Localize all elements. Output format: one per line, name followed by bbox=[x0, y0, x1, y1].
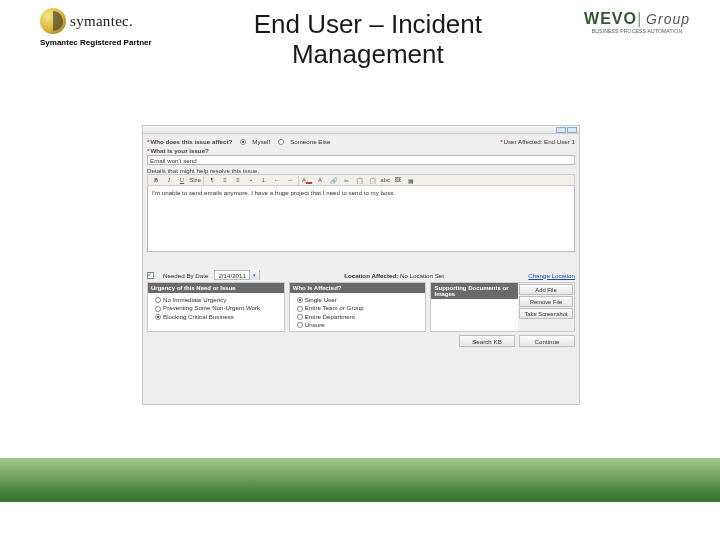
incident-form-window: *Who does this issue affect? Myself Some… bbox=[142, 125, 580, 405]
wevo-subtext: BUSINESS PROCESS AUTOMATION bbox=[592, 28, 683, 34]
details-row: Details that might help resolve this iss… bbox=[147, 167, 575, 252]
toolbar-indent-button[interactable]: → bbox=[285, 176, 295, 185]
toolbar-separator bbox=[298, 176, 299, 185]
affected-option-3[interactable]: Unsure bbox=[293, 321, 423, 328]
details-label: Details that might help resolve this iss… bbox=[147, 167, 575, 174]
symantec-subtext: Symantec Registered Partner bbox=[40, 38, 152, 47]
panels-row: Urgency of this Need or Issue No Immedia… bbox=[147, 282, 575, 332]
needed-by-date-input[interactable]: 2/14/2011▾ bbox=[214, 270, 260, 280]
toolbar-spell-button[interactable]: abc bbox=[380, 176, 390, 185]
urgency-option-2[interactable]: Blocking Critical Business bbox=[151, 313, 281, 320]
date-location-row: Needed By Date 2/14/2011▾ Location Affec… bbox=[147, 270, 575, 280]
toolbar-link-button[interactable]: 🔗 bbox=[328, 176, 338, 185]
supporting-header: Supporting Documents or Images bbox=[431, 283, 518, 299]
radio-someone-else[interactable] bbox=[278, 139, 284, 145]
toolbar-backcolor-button[interactable]: A bbox=[315, 176, 325, 185]
urgency-option-0[interactable]: No Immediate Urgency bbox=[151, 296, 281, 303]
issue-row: *What is your issue? Email won't send bbox=[147, 147, 575, 165]
form-footer: Search KB Continue bbox=[147, 335, 575, 347]
toolbar-numbers-button[interactable]: 1. bbox=[259, 176, 269, 185]
issue-label: *What is your issue? bbox=[147, 147, 575, 154]
urgency-option-1[interactable]: Preventing Some Non-Urgent Work bbox=[151, 304, 281, 311]
slide-header: symantec. Symantec Registered Partner En… bbox=[0, 0, 720, 74]
toolbar-cut-button[interactable]: ✂ bbox=[341, 176, 351, 185]
toolbar-forecolor-button[interactable]: A bbox=[302, 176, 312, 185]
toolbar-bullets-button[interactable]: • bbox=[246, 176, 256, 185]
needed-by-checkbox[interactable] bbox=[147, 272, 154, 279]
affected-panel: Who is Affected? Single User Entire Team… bbox=[289, 282, 427, 332]
toolbar-copy-button[interactable]: 📋 bbox=[354, 176, 364, 185]
window-maximize-button[interactable] bbox=[567, 127, 577, 133]
toolbar-separator bbox=[203, 176, 204, 185]
window-minimize-button[interactable] bbox=[556, 127, 566, 133]
issue-input[interactable]: Email won't send bbox=[147, 155, 575, 165]
toolbar-outdent-button[interactable]: ← bbox=[272, 176, 282, 185]
radio-myself-label: Myself bbox=[252, 138, 270, 145]
affected-option-2[interactable]: Entire Department bbox=[293, 313, 423, 320]
urgency-panel: Urgency of this Need or Issue No Immedia… bbox=[147, 282, 285, 332]
wevo-logo-block: WEVO|Group BUSINESS PROCESS AUTOMATION bbox=[584, 10, 690, 34]
change-location-link[interactable]: Change Location bbox=[528, 272, 575, 279]
slide-title: End User – Incident Management bbox=[254, 10, 482, 70]
symantec-logo-block: symantec. Symantec Registered Partner bbox=[40, 8, 152, 47]
chevron-down-icon[interactable]: ▾ bbox=[249, 270, 259, 280]
continue-button[interactable]: Continue bbox=[519, 335, 575, 347]
radio-myself[interactable] bbox=[240, 139, 246, 145]
search-kb-button[interactable]: Search KB bbox=[459, 335, 515, 347]
toolbar-table-button[interactable]: ▦ bbox=[406, 176, 416, 185]
needed-by-label: Needed By Date bbox=[163, 272, 208, 279]
add-file-button[interactable]: Add File bbox=[519, 284, 573, 295]
attachments-list bbox=[431, 299, 518, 331]
toolbar-para-button[interactable]: ¶ bbox=[207, 176, 217, 185]
toolbar-bold-button[interactable]: B bbox=[151, 176, 161, 185]
symantec-sphere-icon bbox=[40, 8, 66, 34]
affects-label: *Who does this issue affect? bbox=[147, 138, 232, 145]
toolbar-paste-button[interactable]: 📋 bbox=[367, 176, 377, 185]
slide-footer-band bbox=[0, 458, 720, 540]
affected-header: Who is Affected? bbox=[290, 283, 426, 293]
toolbar-size-button[interactable]: Size bbox=[190, 176, 200, 185]
radio-someone-else-label: Someone Else bbox=[290, 138, 330, 145]
affected-option-1[interactable]: Entire Team or Group bbox=[293, 304, 423, 311]
affects-row: *Who does this issue affect? Myself Some… bbox=[147, 138, 575, 145]
supporting-panel: Supporting Documents or Images Add File … bbox=[430, 282, 575, 332]
toolbar-align-left-button[interactable]: ≡ bbox=[220, 176, 230, 185]
slide-title-line1: End User – Incident bbox=[254, 10, 482, 40]
wevo-wordmark: WEVO|Group bbox=[584, 10, 690, 28]
slide-title-line2: Management bbox=[254, 40, 482, 70]
location-text: Location Affected: No Location Set bbox=[344, 272, 444, 279]
toolbar-align-center-button[interactable]: ≡ bbox=[233, 176, 243, 185]
toolbar-image-button[interactable]: 🖼 bbox=[393, 176, 403, 185]
toolbar-underline-button[interactable]: U bbox=[177, 176, 187, 185]
toolbar-italic-button[interactable]: I bbox=[164, 176, 174, 185]
urgency-header: Urgency of this Need or Issue bbox=[148, 283, 284, 293]
window-titlebar bbox=[143, 126, 579, 134]
remove-file-button[interactable]: Remove File bbox=[519, 296, 573, 307]
user-affected: *User Affected: End User 1 bbox=[500, 138, 575, 145]
rich-text-toolbar: B I U Size ¶ ≡ ≡ • 1. ← → A A 🔗 ✂ 📋 📋 ab… bbox=[147, 174, 575, 186]
details-textarea[interactable]: I'm unable to send emails anymore. I hav… bbox=[147, 186, 575, 252]
symantec-wordmark: symantec. bbox=[70, 13, 133, 30]
affected-option-0[interactable]: Single User bbox=[293, 296, 423, 303]
take-screenshot-button[interactable]: Take Screenshot bbox=[519, 308, 573, 319]
